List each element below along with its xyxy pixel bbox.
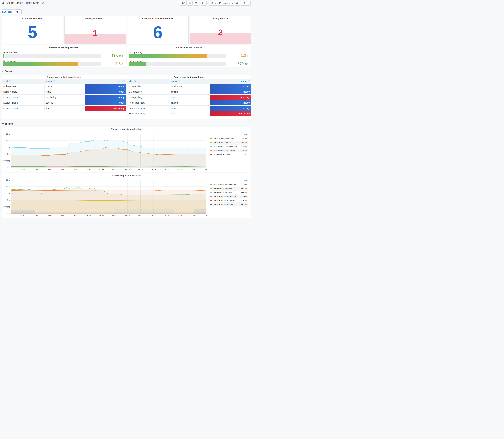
svg-text:2.5 s: 2.5 s bbox=[5, 133, 10, 135]
svg-text:16:02: 16:02 bbox=[138, 168, 143, 171]
svg-text:15:58: 15:58 bbox=[86, 214, 91, 217]
svg-text:15:59: 15:59 bbox=[99, 214, 104, 217]
svg-text:16:05: 16:05 bbox=[177, 168, 182, 171]
svg-text:2.0 s: 2.0 s bbox=[5, 185, 10, 188]
svg-text:2.0 s: 2.0 s bbox=[5, 139, 10, 142]
svg-text:15:54: 15:54 bbox=[33, 214, 38, 217]
svg-text:16:05: 16:05 bbox=[177, 214, 182, 217]
svg-text:16:02: 16:02 bbox=[138, 214, 143, 217]
svg-text:1.5 s: 1.5 s bbox=[5, 192, 10, 195]
svg-text:15:59: 15:59 bbox=[99, 168, 104, 171]
svg-text:16:04: 16:04 bbox=[164, 168, 169, 171]
svg-text:15:57: 15:57 bbox=[73, 168, 78, 171]
svg-text:0 s: 0 s bbox=[7, 212, 10, 215]
svg-text:15:55: 15:55 bbox=[46, 214, 51, 217]
svg-text:16:03: 16:03 bbox=[151, 168, 156, 171]
svg-text:16:01: 16:01 bbox=[125, 168, 130, 171]
svg-text:15:53: 15:53 bbox=[20, 168, 25, 171]
svg-text:1.5 s: 1.5 s bbox=[5, 146, 10, 148]
svg-text:16:03: 16:03 bbox=[151, 214, 156, 217]
svg-text:16:06: 16:06 bbox=[190, 214, 195, 217]
svg-text:16:00: 16:00 bbox=[112, 214, 117, 217]
svg-text:15:58: 15:58 bbox=[86, 168, 91, 171]
svg-text:15:56: 15:56 bbox=[60, 168, 65, 171]
svg-text:2.5 s: 2.5 s bbox=[5, 179, 10, 181]
svg-text:15:55: 15:55 bbox=[46, 168, 51, 171]
svg-text:0 s: 0 s bbox=[7, 166, 10, 169]
svg-text:16:00: 16:00 bbox=[112, 168, 117, 171]
svg-text:1.0 s: 1.0 s bbox=[5, 199, 10, 201]
svg-text:15:57: 15:57 bbox=[73, 214, 78, 217]
svg-text:500 ms: 500 ms bbox=[3, 206, 10, 208]
svg-text:16:07: 16:07 bbox=[203, 168, 209, 171]
svg-text:16:07: 16:07 bbox=[203, 214, 209, 217]
svg-text:15:56: 15:56 bbox=[60, 214, 65, 217]
svg-text:16:04: 16:04 bbox=[164, 214, 169, 217]
svg-text:16:06: 16:06 bbox=[190, 168, 195, 171]
svg-text:1.0 s: 1.0 s bbox=[5, 153, 10, 155]
svg-text:500 ms: 500 ms bbox=[3, 160, 10, 162]
svg-text:15:54: 15:54 bbox=[33, 168, 38, 171]
svg-text:15:53: 15:53 bbox=[20, 214, 25, 217]
svg-text:16:01: 16:01 bbox=[125, 214, 130, 217]
